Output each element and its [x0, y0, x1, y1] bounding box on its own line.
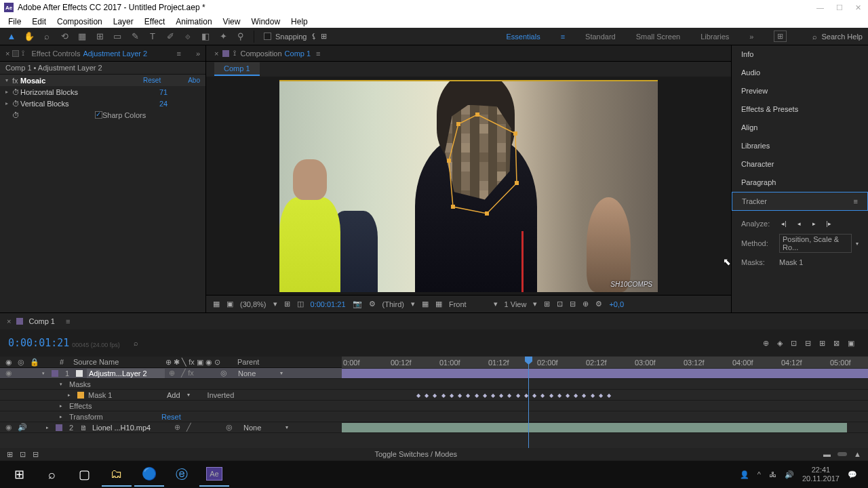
menu-edit[interactable]: Edit: [28, 17, 50, 26]
menu-layer[interactable]: Layer: [109, 17, 138, 26]
transform-group[interactable]: ▸ Transform Reset: [0, 411, 342, 422]
analyze-back[interactable]: ◂: [794, 219, 804, 228]
ie-icon[interactable]: ⓔ: [167, 462, 197, 487]
toggle-switches[interactable]: Toggle Switches / Modes: [374, 450, 457, 458]
workspace-essentials[interactable]: Essentials: [507, 33, 540, 41]
tl-footer-icon[interactable]: ⊟: [33, 450, 39, 459]
vc-icon[interactable]: ▦: [422, 300, 429, 308]
tl-tool-icon[interactable]: ⊠: [833, 339, 840, 348]
prop-value[interactable]: 24: [159, 100, 200, 108]
effect-controls-tab[interactable]: Effect Controls: [31, 49, 80, 58]
keyframes[interactable]: ◆ ◆ ◆ ◆ ◆ ◆ ◆ ◆ ◆ ◆ ◆ ◆ ◆ ◆ ◆ ◆ ◆ ◆ ◆ ◆ …: [416, 392, 612, 399]
lock-col-icon[interactable]: 🔒: [30, 358, 38, 367]
current-time[interactable]: 0:00:01:21: [311, 300, 346, 308]
workspace-overflow-icon[interactable]: »: [749, 33, 753, 41]
workspace-libraries[interactable]: Libraries: [701, 33, 729, 41]
stopwatch-icon[interactable]: ⏱: [12, 100, 20, 108]
exposure-value[interactable]: +0,0: [609, 300, 624, 308]
workspace-menu-icon[interactable]: ≡: [561, 33, 565, 41]
vc-icon[interactable]: ⊞: [544, 300, 550, 308]
search-input[interactable]: Search Help: [821, 33, 863, 41]
analyze-forward[interactable]: ▸: [809, 219, 818, 228]
tl-tool-icon[interactable]: ◈: [777, 339, 783, 348]
tl-footer-icon[interactable]: ⊞: [7, 450, 13, 459]
sharp-colors-checkbox[interactable]: [95, 111, 102, 119]
time-ruler[interactable]: 0:00f 00:12f 01:00f 01:12f 02:00f 02:12f…: [342, 357, 868, 368]
fx-icon[interactable]: fx: [12, 77, 20, 85]
analyze-back-one[interactable]: ◂|: [779, 219, 789, 228]
vc-icon[interactable]: ⊕: [583, 300, 589, 308]
search-button[interactable]: ⌕: [37, 462, 66, 487]
layer-color[interactable]: [56, 424, 62, 431]
hand-tool[interactable]: ✋: [23, 30, 35, 43]
workspace-grid-icon[interactable]: ⊞: [774, 30, 787, 42]
layer-color[interactable]: [52, 370, 58, 377]
stopwatch-icon[interactable]: ⏱: [12, 111, 20, 119]
panel-libraries[interactable]: Libraries: [732, 137, 868, 155]
parent-dropdown[interactable]: None: [238, 369, 256, 378]
camera-tool[interactable]: ▦: [76, 30, 88, 43]
zoom-value[interactable]: (30,8%): [240, 300, 267, 308]
effect-name[interactable]: Mosaic: [20, 77, 143, 85]
vc-icon[interactable]: ⚙: [369, 300, 376, 308]
tl-footer-icon[interactable]: ⊡: [20, 450, 26, 459]
after-effects-icon[interactable]: Ae: [199, 462, 229, 487]
selection-tool[interactable]: ▲: [5, 30, 18, 43]
layer-bar[interactable]: [342, 423, 847, 432]
timeline-tracks[interactable]: 0:00f 00:12f 01:00f 01:12f 02:00f 02:12f…: [342, 357, 868, 448]
twisty-icon[interactable]: ▾: [42, 371, 47, 376]
panel-preview[interactable]: Preview: [732, 82, 868, 100]
twisty-icon[interactable]: ▸: [5, 100, 12, 106]
timeline-timecode[interactable]: 0:00:01:21: [8, 337, 69, 349]
vc-icon[interactable]: ⊞: [284, 300, 290, 308]
menu-window[interactable]: Window: [247, 17, 284, 26]
chrome-icon[interactable]: 🔵: [134, 462, 164, 487]
masks-group[interactable]: ▾ Masks: [0, 379, 342, 390]
pen-tool[interactable]: ✎: [129, 30, 141, 43]
tl-tool-icon[interactable]: ▣: [848, 339, 854, 348]
eye-icon[interactable]: ◉: [5, 423, 14, 432]
composition-viewer[interactable]: SH10COMPS: [206, 77, 731, 295]
vc-icon[interactable]: ▣: [226, 300, 233, 308]
layer-name[interactable]: Lionel ...H10.mp4: [92, 424, 170, 432]
zoom-slider[interactable]: [837, 452, 847, 456]
panel-tracker[interactable]: Tracker≡: [732, 192, 868, 211]
solo-col-icon[interactable]: ◎: [18, 358, 26, 367]
workspace-small-screen[interactable]: Small Screen: [636, 33, 680, 41]
menu-animation[interactable]: Animation: [172, 17, 216, 26]
masks-value[interactable]: Mask 1: [779, 258, 803, 266]
tl-tool-icon[interactable]: ⊟: [805, 339, 811, 348]
vc-icon[interactable]: ⊟: [570, 300, 576, 308]
eye-col-icon[interactable]: ◉: [5, 358, 14, 367]
panel-overflow-icon[interactable]: »: [196, 49, 200, 58]
panel-audio[interactable]: Audio: [732, 64, 868, 82]
twisty-icon[interactable]: ▾: [5, 77, 12, 83]
puppet-tool[interactable]: ⚲: [235, 30, 247, 43]
layer-row-1[interactable]: ◉ ▾ 1 Adjustm...Layer 2 ⊕ ╱ fx ◎ None▾: [0, 368, 342, 379]
tl-tool-icon[interactable]: ⊡: [791, 339, 797, 348]
composition-tab[interactable]: Composition: [240, 49, 281, 58]
panel-menu-icon[interactable]: ≡: [316, 49, 320, 58]
transform-reset[interactable]: Reset: [161, 413, 181, 421]
menu-help[interactable]: Help: [287, 17, 312, 26]
camera-dropdown[interactable]: Front: [449, 300, 467, 308]
layer-name[interactable]: Adjustm...Layer 2: [87, 369, 165, 378]
close-button[interactable]: ✕: [855, 3, 861, 12]
mask-mode-dropdown[interactable]: Add: [167, 391, 180, 399]
layer-bar[interactable]: [342, 369, 868, 378]
lock-icon[interactable]: ⟟: [22, 49, 24, 58]
snapping-checkbox[interactable]: [264, 33, 271, 40]
vc-icon[interactable]: ▦: [213, 300, 220, 308]
prop-value[interactable]: 71: [159, 88, 200, 96]
menu-file[interactable]: File: [4, 17, 25, 26]
vc-icon[interactable]: ▦: [435, 300, 442, 308]
snap-opt-icon[interactable]: ⚸: [311, 32, 317, 41]
analyze-forward-one[interactable]: |▸: [824, 219, 833, 228]
workspace-standard[interactable]: Standard: [585, 33, 616, 41]
stopwatch-icon[interactable]: ⏱: [12, 88, 20, 96]
vc-icon[interactable]: ⚙: [595, 300, 602, 308]
orbit-tool[interactable]: ⟲: [58, 30, 71, 43]
pan-behind-tool[interactable]: ⊞: [94, 30, 106, 43]
method-dropdown[interactable]: Position, Scale & Ro...: [779, 234, 852, 253]
inverted-label[interactable]: Inverted: [208, 391, 235, 399]
